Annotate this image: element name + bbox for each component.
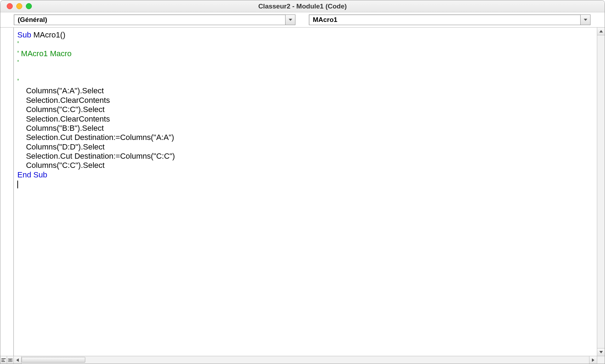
horizontal-scrollbar[interactable]	[14, 356, 597, 364]
close-button[interactable]	[7, 3, 13, 9]
code-line: Columns("A:A").Select	[17, 86, 593, 95]
svg-rect-9	[9, 360, 12, 361]
scroll-left-button[interactable]	[14, 356, 22, 364]
svg-marker-1	[584, 19, 587, 21]
svg-rect-8	[9, 359, 12, 360]
window-controls	[0, 3, 32, 9]
code-line: Selection.ClearContents	[17, 96, 593, 105]
svg-rect-7	[8, 358, 12, 362]
code-line: ' MAcro1 Macro	[17, 49, 593, 58]
code-editor[interactable]: Sub MAcro1()'' MAcro1 Macro' ' Columns("…	[14, 28, 597, 356]
svg-marker-10	[16, 358, 19, 362]
margin-indicator-bar[interactable]	[0, 28, 14, 356]
horizontal-scroll-thumb[interactable]	[22, 357, 85, 363]
svg-marker-2	[599, 30, 603, 33]
svg-marker-11	[592, 358, 594, 362]
object-dropdown[interactable]: (Général)	[14, 14, 295, 25]
svg-rect-6	[1, 361, 5, 362]
svg-marker-3	[599, 351, 603, 353]
chevron-down-icon	[285, 15, 295, 25]
code-navigation-bar: (Général) MAcro1	[0, 12, 605, 28]
code-line: Columns("C:C").Select	[17, 105, 593, 114]
minimize-button[interactable]	[16, 3, 22, 9]
text-cursor	[17, 181, 18, 188]
code-line: '	[17, 58, 593, 67]
object-dropdown-value: (Général)	[14, 16, 51, 24]
code-line: Sub MAcro1()	[17, 30, 593, 40]
content-area: Sub MAcro1()'' MAcro1 Macro' ' Columns("…	[0, 28, 605, 356]
svg-marker-0	[289, 19, 292, 21]
svg-rect-4	[1, 358, 6, 359]
view-mode-buttons	[0, 356, 14, 364]
code-line: Columns("D:D").Select	[17, 142, 593, 152]
code-line: End Sub	[17, 170, 593, 180]
chevron-down-icon	[580, 15, 590, 25]
procedure-dropdown[interactable]: MAcro1	[309, 14, 590, 25]
code-line: Columns("C:C").Select	[17, 161, 593, 170]
code-line: Selection.Cut Destination:=Columns("A:A"…	[17, 133, 593, 142]
code-line	[17, 68, 593, 77]
horizontal-scroll-track[interactable]	[22, 356, 589, 364]
svg-rect-5	[1, 360, 4, 360]
titlebar[interactable]: Classeur2 - Module1 (Code)	[0, 0, 605, 12]
code-line: Columns("B:B").Select	[17, 124, 593, 133]
procedure-dropdown-value: MAcro1	[309, 16, 341, 24]
scroll-up-button[interactable]	[597, 28, 605, 35]
vertical-scroll-track[interactable]	[597, 35, 605, 348]
full-module-view-button[interactable]	[7, 356, 13, 364]
scroll-down-button[interactable]	[597, 348, 605, 356]
maximize-button[interactable]	[26, 3, 32, 9]
vba-editor-window: Classeur2 - Module1 (Code) (Général) MAc…	[0, 0, 605, 364]
scrollbar-corner	[597, 356, 605, 364]
code-line: Selection.Cut Destination:=Columns("C:C"…	[17, 152, 593, 161]
scroll-right-button[interactable]	[589, 356, 597, 364]
code-line	[17, 180, 593, 189]
procedure-view-button[interactable]	[0, 356, 7, 364]
window-title: Classeur2 - Module1 (Code)	[258, 2, 347, 10]
vertical-scrollbar[interactable]	[597, 28, 605, 356]
bottom-bar	[0, 356, 605, 364]
code-line: Selection.ClearContents	[17, 115, 593, 124]
code-line: '	[17, 40, 593, 49]
code-line: '	[17, 77, 593, 86]
